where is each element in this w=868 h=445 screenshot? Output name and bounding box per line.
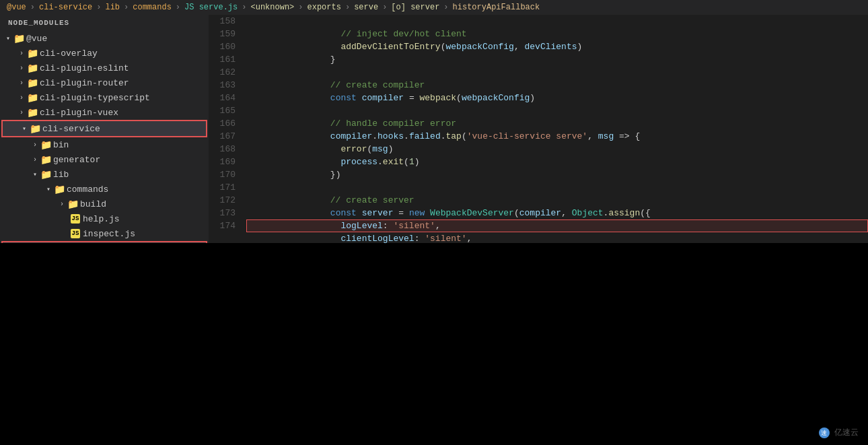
sidebar-item-label: build bbox=[80, 199, 106, 209]
chevron-right-icon: › bbox=[16, 107, 27, 118]
file-tree[interactable]: ▾ 📁 @vue › 📁 cli-overlay › 📁 cli-plugin-… bbox=[0, 31, 209, 243]
line-numbers: 158 159 160 161 162 163 164 165 166 167 … bbox=[209, 15, 241, 243]
breadcrumb-cli-service[interactable]: cli-service bbox=[39, 3, 92, 12]
chevron-down-icon: ▾ bbox=[19, 123, 30, 134]
sep4: › bbox=[176, 3, 180, 12]
sidebar-item-vue[interactable]: ▾ 📁 @vue bbox=[0, 31, 209, 46]
explorer-header: NODE_MODULES bbox=[0, 15, 209, 31]
chevron-right-icon: › bbox=[30, 139, 40, 150]
sep7: › bbox=[345, 3, 350, 12]
breadcrumb-serve[interactable]: serve bbox=[354, 3, 378, 12]
sidebar-item-bin[interactable]: › 📁 bin bbox=[0, 137, 209, 152]
sep1: › bbox=[30, 3, 35, 12]
sidebar-item-label: cli-plugin-eslint bbox=[40, 63, 129, 73]
folder-icon: 📁 bbox=[27, 48, 38, 59]
js-file-icon: JS bbox=[70, 228, 81, 239]
sidebar-item-label: cli-plugin-vuex bbox=[40, 108, 118, 118]
js-file-icon: JS bbox=[70, 213, 81, 224]
sep3: › bbox=[124, 3, 129, 12]
code-editor: 158 159 160 161 162 163 164 165 166 167 … bbox=[209, 15, 868, 243]
folder-open-icon: 📁 bbox=[40, 169, 51, 180]
breadcrumb-lib[interactable]: lib bbox=[105, 3, 120, 12]
file-explorer: NODE_MODULES ▾ 📁 @vue › 📁 cli-overlay › … bbox=[0, 15, 209, 243]
code-line-171: // create server bbox=[246, 181, 868, 194]
breadcrumb-vue[interactable]: @vue bbox=[7, 3, 26, 12]
chevron-down-icon: ▾ bbox=[30, 169, 40, 180]
code-line-158: // inject dev/hot client bbox=[246, 15, 868, 28]
folder-icon: 📁 bbox=[27, 77, 38, 88]
folder-icon: 📁 bbox=[67, 199, 78, 209]
sidebar-item-lib[interactable]: ▾ 📁 lib bbox=[0, 167, 209, 182]
sidebar-item-label: inspect.js bbox=[83, 229, 135, 239]
code-area[interactable]: 158 159 160 161 162 163 164 165 166 167 … bbox=[209, 15, 868, 243]
sep2: › bbox=[96, 3, 101, 12]
sidebar-item-cli-overlay[interactable]: › 📁 cli-overlay bbox=[0, 46, 209, 61]
sidebar-item-commands[interactable]: ▾ 📁 commands bbox=[0, 182, 209, 197]
sidebar-item-label: cli-plugin-router bbox=[40, 78, 129, 88]
sidebar-item-help-js[interactable]: JS help.js bbox=[0, 211, 209, 226]
code-content: // inject dev/hot client addDevClientToE… bbox=[241, 15, 868, 243]
sidebar-item-label: cli-overlay bbox=[40, 48, 98, 59]
chevron-right-icon: › bbox=[16, 77, 27, 88]
chevron-right-icon: › bbox=[57, 199, 67, 209]
sidebar-item-inspect-js[interactable]: JS inspect.js bbox=[0, 226, 209, 241]
spacer bbox=[59, 213, 70, 224]
watermark-text: 亿速云 bbox=[834, 427, 859, 437]
folder-icon: 📁 bbox=[27, 63, 38, 73]
breadcrumb-server[interactable]: [o] server bbox=[391, 3, 439, 12]
breadcrumb-serve-js[interactable]: JS serve.js bbox=[184, 3, 238, 12]
chevron-down-icon: ▾ bbox=[43, 184, 54, 195]
breadcrumb-exports[interactable]: exports bbox=[308, 3, 341, 12]
sep6: › bbox=[298, 3, 303, 12]
terminal-area: 速 亿速云 bbox=[0, 243, 868, 445]
code-line-162: // create compiler bbox=[246, 66, 868, 79]
breadcrumb-commands[interactable]: commands bbox=[133, 3, 172, 12]
chevron-right-icon: › bbox=[16, 92, 27, 103]
sidebar-item-cli-plugin-vuex[interactable]: › 📁 cli-plugin-vuex bbox=[0, 105, 209, 120]
sidebar-item-build[interactable]: › 📁 build bbox=[0, 197, 209, 211]
chevron-right-icon: › bbox=[16, 63, 27, 73]
sidebar-item-label: @vue bbox=[26, 34, 47, 44]
sidebar-item-cli-plugin-eslint[interactable]: › 📁 cli-plugin-eslint bbox=[0, 61, 209, 75]
sidebar-item-cli-plugin-router[interactable]: › 📁 cli-plugin-router bbox=[0, 75, 209, 90]
sidebar-item-label: help.js bbox=[83, 214, 120, 224]
chevron-right-icon: › bbox=[16, 48, 27, 59]
main-layout: NODE_MODULES ▾ 📁 @vue › 📁 cli-overlay › … bbox=[0, 15, 868, 243]
folder-icon: 📁 bbox=[27, 107, 38, 118]
folder-open-icon: 📁 bbox=[30, 123, 40, 134]
breadcrumb-bar: @vue › cli-service › lib › commands › JS… bbox=[0, 0, 868, 15]
sidebar-item-label: cli-plugin-typescript bbox=[40, 93, 150, 103]
sidebar-item-generator[interactable]: › 📁 generator bbox=[0, 152, 209, 167]
sep9: › bbox=[443, 3, 448, 12]
sidebar-item-label: generator bbox=[53, 155, 100, 165]
sep8: › bbox=[382, 3, 387, 12]
sidebar-item-cli-service[interactable]: ▾ 📁 cli-service bbox=[3, 121, 206, 136]
chevron-down-icon: ▾ bbox=[3, 33, 13, 44]
sidebar-item-label: bin bbox=[53, 140, 69, 150]
sidebar-item-cli-plugin-typescript[interactable]: › 📁 cli-plugin-typescript bbox=[0, 90, 209, 105]
code-line-161 bbox=[246, 53, 868, 66]
chevron-right-icon: › bbox=[30, 154, 40, 165]
sidebar-item-label: commands bbox=[67, 184, 108, 195]
folder-open-icon: 📁 bbox=[54, 184, 65, 195]
sep5: › bbox=[242, 3, 246, 12]
code-line-165: // handle compiler error bbox=[246, 104, 868, 117]
breadcrumb-unknown[interactable]: <unknown> bbox=[250, 3, 294, 12]
folder-icon: 📁 bbox=[40, 154, 51, 165]
watermark: 速 亿速云 bbox=[819, 427, 859, 438]
folder-open-icon: 📁 bbox=[13, 33, 24, 44]
sidebar-item-label: cli-service bbox=[42, 124, 100, 134]
spacer bbox=[59, 228, 70, 239]
folder-icon: 📁 bbox=[40, 139, 51, 150]
sidebar-item-label: lib bbox=[53, 170, 69, 180]
watermark-icon: 速 bbox=[819, 427, 830, 438]
breadcrumb-history[interactable]: historyApiFallback bbox=[453, 3, 540, 12]
folder-icon: 📁 bbox=[27, 92, 38, 103]
